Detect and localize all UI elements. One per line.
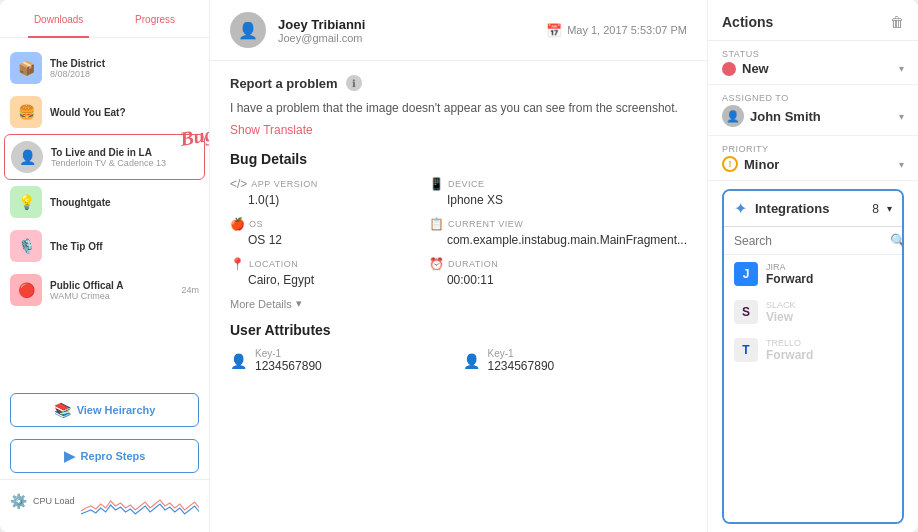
detail-app-version: </> APP VERSION 1.0(1) <box>230 177 409 207</box>
status-select[interactable]: New ▾ <box>722 61 904 76</box>
list-item[interactable]: 🎙️ The Tip Off <box>0 224 209 268</box>
info-icon[interactable]: ℹ <box>346 75 362 91</box>
integrations-count: 8 <box>872 202 879 216</box>
more-details-link[interactable]: More Details ▾ <box>230 297 687 310</box>
integration-info: Slack View <box>766 300 892 324</box>
trello-action: Forward <box>766 348 892 362</box>
item-title: To Live and Die in LA <box>51 147 198 158</box>
report-description: I have a problem that the image doesn't … <box>230 99 687 117</box>
item-sub: Tenderloin TV & Cadence 13 <box>51 158 198 168</box>
repro-steps-label: Repro Steps <box>81 450 146 462</box>
integrations-header[interactable]: ✦ Integrations 8 ▾ <box>724 191 902 226</box>
list-item-selected[interactable]: Bug 👤 To Live and Die in LA Tenderloin T… <box>4 134 205 180</box>
jira-platform: JIRA <box>766 262 892 272</box>
actions-header: Actions 🗑 <box>708 0 918 41</box>
item-thumb: 🔴 <box>10 274 42 306</box>
integration-item-trello[interactable]: T Trello Forward <box>724 331 902 369</box>
item-sub: 8/08/2018 <box>50 69 199 79</box>
item-title: The Tip Off <box>50 241 199 252</box>
location-label: LOCATION <box>249 259 298 269</box>
list-item[interactable]: 🔴 Public Offical A WAMU Crimea 24m <box>0 268 209 312</box>
attr-key: Key-1 <box>488 348 555 359</box>
more-details-text: More Details <box>230 298 292 310</box>
sidebar-tab-progress[interactable]: Progress <box>129 10 181 29</box>
item-thumb: 💡 <box>10 186 42 218</box>
item-info: Thoughtgate <box>50 197 199 208</box>
item-sub: WAMU Crimea <box>50 291 173 301</box>
right-panel: Actions 🗑 Status New ▾ Assigned To 👤 Joh… <box>708 0 918 532</box>
item-thumb: 🎙️ <box>10 230 42 262</box>
device-icon: 📱 <box>429 177 444 191</box>
view-hierarchy-button[interactable]: 📚 View Heirarchy <box>10 393 199 427</box>
duration-value: 00:00:11 <box>429 273 687 287</box>
detail-location: 📍 LOCATION Cairo, Egypt <box>230 257 409 287</box>
integrations-chevron-icon: ▾ <box>887 203 892 214</box>
device-value: Iphone XS <box>429 193 687 207</box>
list-item[interactable]: 💡 Thoughtgate <box>0 180 209 224</box>
date-text: May 1, 2017 5:53:07 PM <box>567 24 687 36</box>
location-value: Cairo, Egypt <box>230 273 409 287</box>
integration-info: Trello Forward <box>766 338 892 362</box>
item-info: The Tip Off <box>50 241 199 252</box>
item-title: The District <box>50 58 199 69</box>
current-view-value: com.example.instabug.main.MainFragment..… <box>429 233 687 247</box>
device-label: DEVICE <box>448 179 485 189</box>
user-attr-item: 👤 Key-1 1234567890 <box>230 348 455 373</box>
app-version-value: 1.0(1) <box>230 193 409 207</box>
item-info: To Live and Die in LA Tenderloin TV & Ca… <box>51 147 198 168</box>
user-info: Joey Tribianni Joey@gmail.com <box>278 17 534 44</box>
hierarchy-icon: 📚 <box>54 402 71 418</box>
search-icon: 🔍 <box>890 233 904 248</box>
sidebar-tab-downloads[interactable]: Downloads <box>28 10 89 29</box>
user-attr-icon: 👤 <box>230 353 247 369</box>
priority-chevron-icon: ▾ <box>899 159 904 170</box>
integration-item-jira[interactable]: J JIRA Forward <box>724 255 902 293</box>
repro-steps-button[interactable]: ▶ Repro Steps <box>10 439 199 473</box>
delete-icon[interactable]: 🗑 <box>890 14 904 30</box>
attr-info: Key-1 1234567890 <box>255 348 322 373</box>
item-info: The District 8/08/2018 <box>50 58 199 79</box>
item-title: Thoughtgate <box>50 197 199 208</box>
trello-logo: T <box>734 338 758 362</box>
report-header: Report a problem ℹ <box>230 75 687 91</box>
code-icon: </> <box>230 177 247 191</box>
search-box: 🔍 <box>724 227 902 255</box>
duration-icon: ⏰ <box>429 257 444 271</box>
integration-item-slack[interactable]: S Slack View <box>724 293 902 331</box>
cpu-label: CPU Load <box>33 496 75 506</box>
header: 👤 Joey Tribianni Joey@gmail.com 📅 May 1,… <box>210 0 707 61</box>
priority-icon: ! <box>722 156 738 172</box>
chevron-down-icon: ▾ <box>296 297 302 310</box>
item-count: 24m <box>181 285 199 295</box>
actions-title: Actions <box>722 14 773 30</box>
slack-action: View <box>766 310 892 324</box>
list-item[interactable]: 📦 The District 8/08/2018 <box>0 46 209 90</box>
assigned-to-select[interactable]: 👤 John Smith ▾ <box>722 105 904 127</box>
view-hierarchy-label: View Heirarchy <box>77 404 156 416</box>
current-view-label: CURRENT VIEW <box>448 219 523 229</box>
bug-details-title: Bug Details <box>230 151 687 167</box>
priority-label: Priority <box>722 144 904 154</box>
location-icon: 📍 <box>230 257 245 271</box>
jira-action: Forward <box>766 272 892 286</box>
assigned-to-label: Assigned To <box>722 93 904 103</box>
user-attr-icon: 👤 <box>463 353 480 369</box>
jira-logo: J <box>734 262 758 286</box>
item-info: Public Offical A WAMU Crimea <box>50 280 173 301</box>
os-value: OS 12 <box>230 233 409 247</box>
user-attributes-grid: 👤 Key-1 1234567890 👤 Key-1 1234567890 <box>230 348 687 373</box>
item-thumb: 👤 <box>11 141 43 173</box>
show-translate-link[interactable]: Show Translate <box>230 123 687 137</box>
main-content: 👤 Joey Tribianni Joey@gmail.com 📅 May 1,… <box>210 0 708 532</box>
cpu-icon: ⚙️ <box>10 493 27 509</box>
bug-annotation: Bug <box>178 122 209 151</box>
detail-os: 🍎 OS OS 12 <box>230 217 409 247</box>
trello-platform: Trello <box>766 338 892 348</box>
integrations-icon: ✦ <box>734 199 747 218</box>
assigned-chevron-icon: ▾ <box>899 111 904 122</box>
priority-select[interactable]: ! Minor ▾ <box>722 156 904 172</box>
avatar: 👤 <box>230 12 266 48</box>
search-input[interactable] <box>734 234 884 248</box>
attr-info: Key-1 1234567890 <box>488 348 555 373</box>
integration-info: JIRA Forward <box>766 262 892 286</box>
